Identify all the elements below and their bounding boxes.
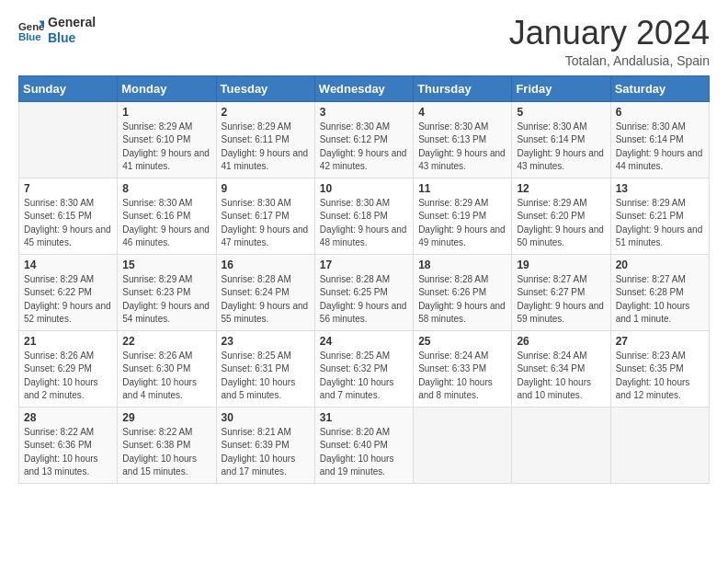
calendar-cell: 19Sunrise: 8:27 AMSunset: 6:27 PMDayligh…	[512, 254, 610, 330]
day-number: 30	[222, 411, 310, 424]
day-number: 27	[616, 335, 704, 348]
week-row-4: 21Sunrise: 8:26 AMSunset: 6:29 PMDayligh…	[19, 330, 710, 407]
day-info: Sunrise: 8:30 AMSunset: 6:14 PMDaylight:…	[517, 121, 605, 174]
day-number: 9	[222, 182, 310, 195]
logo: General Blue General Blue	[18, 15, 96, 46]
calendar-cell: 14Sunrise: 8:29 AMSunset: 6:22 PMDayligh…	[19, 254, 118, 330]
calendar-cell: 16Sunrise: 8:28 AMSunset: 6:24 PMDayligh…	[216, 254, 314, 330]
calendar-cell: 23Sunrise: 8:25 AMSunset: 6:31 PMDayligh…	[216, 330, 314, 407]
day-info: Sunrise: 8:30 AMSunset: 6:17 PMDaylight:…	[222, 197, 310, 250]
day-number: 8	[122, 182, 210, 195]
calendar-cell: 1Sunrise: 8:29 AMSunset: 6:10 PMDaylight…	[118, 101, 216, 178]
day-info: Sunrise: 8:26 AMSunset: 6:29 PMDaylight:…	[24, 350, 112, 403]
day-info: Sunrise: 8:25 AMSunset: 6:31 PMDaylight:…	[222, 350, 310, 403]
day-number: 18	[418, 259, 506, 271]
title-block: January 2024 Totalan, Andalusia, Spain	[509, 15, 710, 68]
day-info: Sunrise: 8:30 AMSunset: 6:18 PMDaylight:…	[320, 197, 408, 250]
calendar-cell: 8Sunrise: 8:30 AMSunset: 6:16 PMDaylight…	[118, 178, 216, 254]
calendar-cell: 17Sunrise: 8:28 AMSunset: 6:25 PMDayligh…	[314, 254, 413, 330]
calendar-cell: 21Sunrise: 8:26 AMSunset: 6:29 PMDayligh…	[19, 330, 118, 407]
day-info: Sunrise: 8:30 AMSunset: 6:12 PMDaylight:…	[320, 121, 408, 174]
day-info: Sunrise: 8:30 AMSunset: 6:16 PMDaylight:…	[122, 197, 210, 250]
calendar-cell: 18Sunrise: 8:28 AMSunset: 6:26 PMDayligh…	[414, 254, 512, 330]
logo-blue: Blue	[48, 30, 96, 46]
calendar-cell: 11Sunrise: 8:29 AMSunset: 6:19 PMDayligh…	[414, 178, 512, 254]
calendar-cell: 29Sunrise: 8:22 AMSunset: 6:38 PMDayligh…	[118, 407, 216, 483]
calendar-cell: 26Sunrise: 8:24 AMSunset: 6:34 PMDayligh…	[512, 330, 610, 407]
day-number: 29	[122, 411, 210, 424]
weekday-header-friday: Friday	[512, 75, 610, 101]
day-info: Sunrise: 8:27 AMSunset: 6:27 PMDaylight:…	[517, 273, 605, 327]
logo-general: General	[48, 15, 96, 30]
calendar-cell: 13Sunrise: 8:29 AMSunset: 6:21 PMDayligh…	[610, 178, 709, 254]
day-info: Sunrise: 8:24 AMSunset: 6:33 PMDaylight:…	[418, 350, 506, 403]
calendar-cell: 2Sunrise: 8:29 AMSunset: 6:11 PMDaylight…	[216, 101, 314, 178]
day-info: Sunrise: 8:24 AMSunset: 6:34 PMDaylight:…	[517, 350, 605, 403]
day-info: Sunrise: 8:27 AMSunset: 6:28 PMDaylight:…	[616, 273, 704, 327]
weekday-header-saturday: Saturday	[610, 75, 709, 101]
week-row-2: 7Sunrise: 8:30 AMSunset: 6:15 PMDaylight…	[19, 178, 710, 254]
day-info: Sunrise: 8:28 AMSunset: 6:26 PMDaylight:…	[418, 273, 506, 327]
day-info: Sunrise: 8:29 AMSunset: 6:20 PMDaylight:…	[517, 197, 605, 250]
day-info: Sunrise: 8:20 AMSunset: 6:40 PMDaylight:…	[320, 426, 408, 479]
day-number: 1	[122, 106, 210, 119]
weekday-header-sunday: Sunday	[19, 75, 118, 101]
day-info: Sunrise: 8:21 AMSunset: 6:39 PMDaylight:…	[222, 426, 310, 479]
day-number: 7	[24, 182, 112, 195]
weekday-header-thursday: Thursday	[414, 75, 512, 101]
day-info: Sunrise: 8:28 AMSunset: 6:24 PMDaylight:…	[222, 273, 310, 327]
weekday-header-tuesday: Tuesday	[216, 75, 314, 101]
svg-text:Blue: Blue	[18, 30, 41, 41]
calendar-cell: 25Sunrise: 8:24 AMSunset: 6:33 PMDayligh…	[414, 330, 512, 407]
day-info: Sunrise: 8:29 AMSunset: 6:10 PMDaylight:…	[122, 121, 210, 174]
calendar-cell	[512, 407, 610, 483]
day-info: Sunrise: 8:29 AMSunset: 6:23 PMDaylight:…	[122, 273, 210, 327]
day-info: Sunrise: 8:26 AMSunset: 6:30 PMDaylight:…	[122, 350, 210, 403]
day-number: 6	[616, 106, 704, 119]
calendar-cell: 6Sunrise: 8:30 AMSunset: 6:14 PMDaylight…	[610, 101, 709, 178]
day-number: 25	[418, 335, 506, 348]
day-number: 2	[222, 106, 310, 119]
day-number: 11	[418, 182, 506, 195]
week-row-5: 28Sunrise: 8:22 AMSunset: 6:36 PMDayligh…	[19, 407, 710, 483]
day-number: 24	[320, 335, 408, 348]
day-info: Sunrise: 8:23 AMSunset: 6:35 PMDaylight:…	[616, 350, 704, 403]
day-info: Sunrise: 8:30 AMSunset: 6:13 PMDaylight:…	[418, 121, 506, 174]
day-number: 21	[24, 335, 112, 348]
day-number: 12	[517, 182, 605, 195]
day-info: Sunrise: 8:22 AMSunset: 6:36 PMDaylight:…	[24, 426, 112, 479]
day-number: 20	[616, 259, 704, 271]
day-number: 17	[320, 259, 408, 271]
logo-icon: General Blue	[18, 17, 44, 43]
weekday-header-row: SundayMondayTuesdayWednesdayThursdayFrid…	[19, 75, 710, 101]
day-info: Sunrise: 8:29 AMSunset: 6:11 PMDaylight:…	[222, 121, 310, 174]
weekday-header-wednesday: Wednesday	[314, 75, 413, 101]
week-row-3: 14Sunrise: 8:29 AMSunset: 6:22 PMDayligh…	[19, 254, 710, 330]
calendar-cell: 30Sunrise: 8:21 AMSunset: 6:39 PMDayligh…	[216, 407, 314, 483]
calendar-cell: 27Sunrise: 8:23 AMSunset: 6:35 PMDayligh…	[610, 330, 709, 407]
day-info: Sunrise: 8:28 AMSunset: 6:25 PMDaylight:…	[320, 273, 408, 327]
calendar-cell: 12Sunrise: 8:29 AMSunset: 6:20 PMDayligh…	[512, 178, 610, 254]
page-header: General Blue General Blue January 2024 T…	[18, 15, 710, 68]
day-number: 4	[418, 106, 506, 119]
day-number: 19	[517, 259, 605, 271]
week-row-1: 1Sunrise: 8:29 AMSunset: 6:10 PMDaylight…	[19, 101, 710, 178]
day-number: 5	[517, 106, 605, 119]
day-info: Sunrise: 8:30 AMSunset: 6:14 PMDaylight:…	[616, 121, 704, 174]
day-info: Sunrise: 8:29 AMSunset: 6:21 PMDaylight:…	[616, 197, 704, 250]
day-number: 22	[122, 335, 210, 348]
day-number: 14	[24, 259, 112, 271]
calendar-cell: 28Sunrise: 8:22 AMSunset: 6:36 PMDayligh…	[19, 407, 118, 483]
calendar-cell: 31Sunrise: 8:20 AMSunset: 6:40 PMDayligh…	[314, 407, 413, 483]
location-subtitle: Totalan, Andalusia, Spain	[509, 53, 710, 68]
calendar-cell: 20Sunrise: 8:27 AMSunset: 6:28 PMDayligh…	[610, 254, 709, 330]
day-number: 26	[517, 335, 605, 348]
calendar-cell	[414, 407, 512, 483]
day-info: Sunrise: 8:29 AMSunset: 6:19 PMDaylight:…	[418, 197, 506, 250]
day-info: Sunrise: 8:22 AMSunset: 6:38 PMDaylight:…	[122, 426, 210, 479]
day-number: 10	[320, 182, 408, 195]
calendar-cell	[610, 407, 709, 483]
calendar-cell: 22Sunrise: 8:26 AMSunset: 6:30 PMDayligh…	[118, 330, 216, 407]
month-title: January 2024	[509, 15, 710, 52]
day-number: 13	[616, 182, 704, 195]
